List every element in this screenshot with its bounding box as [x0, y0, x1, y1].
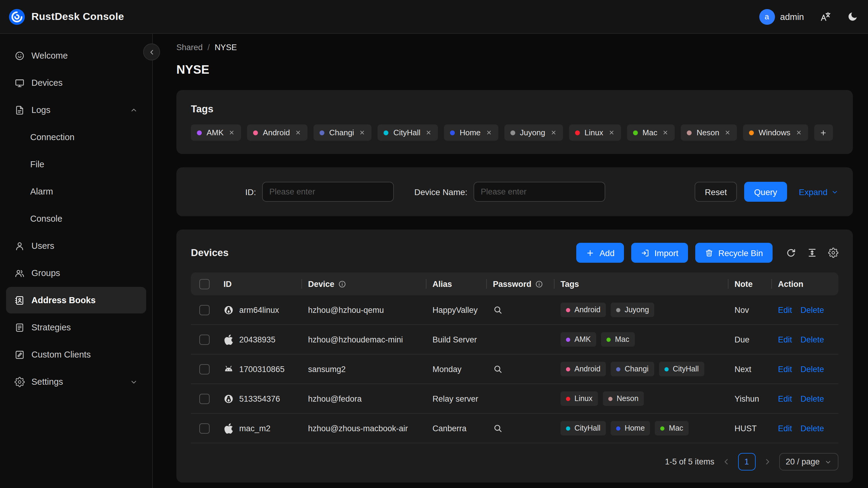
refresh-icon[interactable] — [786, 248, 796, 258]
smile-icon — [14, 51, 25, 61]
next-page-icon[interactable] — [763, 457, 772, 466]
sidebar-item-address-books[interactable]: Address Books — [6, 287, 146, 313]
reveal-password-icon[interactable] — [493, 305, 502, 315]
sidebar-item-users[interactable]: Users — [6, 233, 146, 259]
edit-link[interactable]: Edit — [778, 424, 792, 433]
tag-chip-cityhall[interactable]: CityHall — [377, 124, 438, 141]
apple-os-icon — [223, 423, 234, 433]
sidebar-subitem-label: Console — [30, 214, 62, 223]
tag-chip-home[interactable]: Home — [444, 124, 498, 141]
delete-link[interactable]: Delete — [801, 335, 824, 344]
row-checkbox[interactable] — [199, 423, 209, 433]
prev-page-icon[interactable] — [721, 457, 731, 466]
table-settings-icon[interactable] — [828, 248, 838, 258]
tag-color-dot — [566, 426, 570, 430]
password-cell — [487, 325, 555, 355]
edit-link[interactable]: Edit — [778, 305, 792, 314]
expand-toggle[interactable]: Expand — [799, 187, 838, 196]
delete-link[interactable]: Delete — [801, 394, 824, 403]
device-name-input[interactable] — [473, 182, 605, 202]
edit-link[interactable]: Edit — [778, 335, 792, 344]
tag-color-dot — [608, 396, 613, 401]
id-input[interactable] — [262, 182, 394, 202]
tag-color-dot — [749, 130, 754, 135]
tag-color-dot — [607, 337, 611, 341]
reset-button[interactable]: Reset — [695, 182, 737, 202]
sidebar-item-logs[interactable]: Logs — [6, 97, 146, 123]
tag-chip-android[interactable]: Android — [247, 124, 307, 141]
edit-link[interactable]: Edit — [778, 394, 792, 403]
info-icon[interactable] — [535, 280, 543, 288]
import-button[interactable]: Import — [631, 243, 688, 263]
sidebar-subitem-alarm[interactable]: Alarm — [6, 178, 146, 205]
tag-remove-icon[interactable] — [662, 129, 669, 136]
tag-chip-juyong[interactable]: Juyong — [504, 124, 563, 141]
row-checkbox[interactable] — [199, 364, 209, 374]
tag-chip-linux[interactable]: Linux — [569, 124, 621, 141]
tag-remove-icon[interactable] — [795, 129, 802, 136]
action-cell: EditDelete — [772, 325, 838, 355]
column-height-icon[interactable] — [807, 248, 817, 258]
recycle-bin-button[interactable]: Recycle Bin — [695, 243, 773, 263]
sidebar-subitem-console[interactable]: Console — [6, 205, 146, 232]
tag-color-dot — [660, 426, 665, 430]
sidebar-item-custom-clients[interactable]: Custom Clients — [6, 341, 146, 368]
sidebar-item-welcome[interactable]: Welcome — [6, 42, 146, 69]
sidebar-collapse-button[interactable] — [143, 43, 160, 60]
tag-label: Android — [575, 306, 600, 314]
reveal-password-icon[interactable] — [493, 364, 502, 374]
tag-remove-icon[interactable] — [228, 129, 235, 136]
row-tag-amk: AMK — [561, 332, 596, 347]
user-menu[interactable]: a admin — [759, 9, 804, 25]
device-note: Due — [735, 335, 750, 344]
avatar[interactable]: a — [759, 9, 775, 25]
tag-remove-icon[interactable] — [608, 129, 615, 136]
tag-chip-windows[interactable]: Windows — [743, 124, 808, 141]
tag-chip-neson[interactable]: Neson — [681, 124, 737, 141]
row-checkbox[interactable] — [199, 394, 209, 404]
add-tag-button[interactable] — [814, 124, 833, 141]
devices-card-title: Devices — [191, 247, 229, 258]
sidebar-subitem-connection[interactable]: Connection — [6, 124, 146, 150]
device-name-label: Device Name: — [414, 187, 467, 196]
tags-cell: CityHallHomeMac — [555, 414, 728, 443]
tag-remove-icon[interactable] — [359, 129, 366, 136]
add-button[interactable]: Add — [577, 243, 624, 263]
column-header-label: Note — [735, 279, 753, 288]
tag-remove-icon[interactable] — [724, 129, 731, 136]
edit-link[interactable]: Edit — [778, 365, 792, 373]
query-button[interactable]: Query — [744, 182, 787, 202]
tag-remove-icon[interactable] — [425, 129, 432, 136]
tag-remove-icon[interactable] — [295, 129, 302, 136]
sidebar-item-settings[interactable]: Settings — [6, 368, 146, 395]
select-all-checkbox[interactable] — [199, 279, 209, 289]
sidebar-item-devices[interactable]: Devices — [6, 69, 146, 96]
delete-link[interactable]: Delete — [801, 305, 824, 314]
sidebar-subitem-file[interactable]: File — [6, 151, 146, 178]
delete-link[interactable]: Delete — [801, 424, 824, 433]
row-checkbox[interactable] — [199, 305, 209, 315]
tag-chip-amk[interactable]: AMK — [191, 124, 241, 141]
sidebar-item-groups[interactable]: Groups — [6, 260, 146, 286]
tag-label: Neson — [617, 394, 639, 403]
dark-mode-icon[interactable] — [847, 11, 858, 22]
note-cell: Due — [728, 325, 772, 355]
breadcrumb-separator: / — [208, 42, 210, 52]
device-cell: sansumg2 — [302, 355, 427, 384]
delete-link[interactable]: Delete — [801, 365, 824, 373]
sidebar-item-strategies[interactable]: Strategies — [6, 314, 146, 341]
tag-chip-changi[interactable]: Changi — [313, 124, 371, 141]
tag-chip-mac[interactable]: Mac — [627, 124, 675, 141]
sidebar-item-label: Logs — [31, 105, 51, 115]
tag-remove-icon[interactable] — [485, 129, 492, 136]
language-icon[interactable] — [820, 11, 831, 22]
tag-remove-icon[interactable] — [550, 129, 557, 136]
breadcrumb-parent[interactable]: Shared — [176, 42, 203, 52]
table-row: 20438935hzhou@hzhoudemac-miniBuild Serve… — [191, 325, 838, 355]
column-header-label: ID — [223, 279, 231, 288]
reveal-password-icon[interactable] — [493, 423, 502, 433]
info-icon[interactable] — [338, 280, 346, 288]
row-checkbox[interactable] — [199, 334, 209, 344]
page-size-select[interactable]: 20 / page — [779, 453, 838, 470]
page-number[interactable]: 1 — [738, 453, 755, 470]
